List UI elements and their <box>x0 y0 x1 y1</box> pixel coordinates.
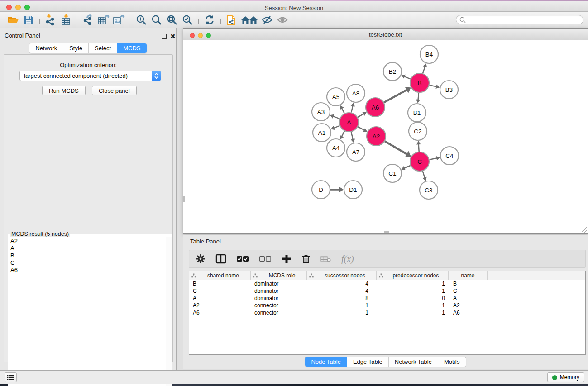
edge-A-A3[interactable] <box>333 116 339 119</box>
show-panel-eye-icon[interactable] <box>275 13 290 27</box>
table-row[interactable]: A6connector11A6 <box>189 309 585 316</box>
edge-C-C4[interactable] <box>430 158 437 159</box>
node-table[interactable]: shared nameMCDS rolesuccessor nodesprede… <box>189 271 586 355</box>
edge-A-A5[interactable] <box>342 108 344 113</box>
task-history-list-icon[interactable] <box>5 372 17 382</box>
cell-name[interactable]: B <box>449 281 488 287</box>
edge-A-A4[interactable] <box>342 131 344 137</box>
memory-button[interactable]: Memory <box>547 372 584 382</box>
split-table-view-icon[interactable] <box>215 254 226 264</box>
mcds-result-item[interactable]: C <box>10 259 166 267</box>
edge-B-B4[interactable] <box>423 67 425 73</box>
import-table-icon[interactable] <box>58 13 74 27</box>
cell-shared-name[interactable]: B <box>189 281 251 287</box>
mcds-result-item[interactable]: B <box>10 252 166 259</box>
table-tab-node-table[interactable]: Node Table <box>305 357 347 367</box>
edge-C-C1[interactable] <box>404 166 411 168</box>
network-graph[interactable]: B4B2BB3A5A8A6A3B1AA1C2A2A4A7C4CC1C3DD1 <box>183 40 588 233</box>
edge-A2-C[interactable] <box>385 141 407 154</box>
cell-MCDS-role[interactable]: dominator <box>251 288 307 294</box>
tab-select[interactable]: Select <box>88 43 117 53</box>
cell-shared-name[interactable]: A2 <box>189 302 251 309</box>
mcds-result-item[interactable]: A <box>10 245 166 252</box>
cell-MCDS-role[interactable]: connector <box>251 302 307 309</box>
zoom-in-icon[interactable] <box>134 13 149 27</box>
cell-predecessor-nodes[interactable]: 1 <box>377 288 449 294</box>
cell-shared-name[interactable]: A <box>189 295 251 301</box>
cell-name[interactable]: A <box>449 295 488 301</box>
zoom-selected-icon[interactable] <box>180 13 195 27</box>
close-panel-button[interactable]: Close panel <box>92 86 137 95</box>
cell-MCDS-role[interactable]: connector <box>251 310 307 316</box>
select-all-icon[interactable] <box>236 255 249 262</box>
open-file-icon[interactable] <box>5 13 21 27</box>
resize-grip-icon[interactable] <box>582 227 587 233</box>
cell-predecessor-nodes[interactable]: 1 <box>377 302 449 309</box>
edge-B-B1[interactable] <box>418 93 419 100</box>
edge-B-B3[interactable] <box>429 85 436 87</box>
tab-style[interactable]: Style <box>63 43 88 53</box>
save-session-icon[interactable] <box>21 13 36 27</box>
cell-successor-nodes[interactable]: 1 <box>307 302 377 309</box>
deselect-all-icon[interactable] <box>259 255 272 262</box>
cell-MCDS-role[interactable]: dominator <box>251 281 307 287</box>
float-panel-icon[interactable] <box>162 33 167 41</box>
cell-MCDS-role[interactable]: dominator <box>251 295 307 301</box>
edge-C-C3[interactable] <box>423 171 425 178</box>
delete-column-trash-icon[interactable] <box>301 254 311 264</box>
mcds-result-list[interactable]: A2ABCA6 <box>9 237 166 386</box>
apply-layout-icon[interactable] <box>202 13 217 27</box>
tab-mcds[interactable]: MCDS <box>117 43 146 53</box>
optimization-criterion-dropdown[interactable]: largest connected component (directed) <box>19 71 161 81</box>
column-header-MCDS-role[interactable]: MCDS role <box>251 271 307 280</box>
home-icon[interactable] <box>239 13 259 27</box>
column-header-successor-nodes[interactable]: successor nodes <box>307 271 377 280</box>
tab-network[interactable]: Network <box>29 43 63 53</box>
cell-successor-nodes[interactable]: 4 <box>307 288 377 294</box>
cell-name[interactable]: C <box>449 288 488 294</box>
cell-successor-nodes[interactable]: 8 <box>307 295 377 301</box>
zoom-out-icon[interactable] <box>149 13 164 27</box>
table-settings-gear-icon[interactable] <box>196 254 206 264</box>
cell-successor-nodes[interactable]: 4 <box>307 281 377 287</box>
edge-A-A8[interactable] <box>351 106 353 113</box>
edge-C-C2[interactable] <box>419 144 419 152</box>
mcds-result-item[interactable]: A2 <box>10 238 166 245</box>
close-panel-icon[interactable]: ✖ <box>170 32 176 40</box>
column-header-predecessor-nodes[interactable]: predecessor nodes <box>377 271 449 280</box>
export-table-icon[interactable] <box>96 13 111 27</box>
cell-predecessor-nodes[interactable]: 1 <box>377 310 449 316</box>
table-row[interactable]: Cdominator41C <box>189 287 585 295</box>
edge-B-B2[interactable] <box>404 76 411 79</box>
cell-predecessor-nodes[interactable]: 0 <box>377 295 449 301</box>
search-input[interactable] <box>456 15 583 24</box>
mcds-result-item[interactable]: A6 <box>10 267 166 274</box>
add-column-plus-icon[interactable] <box>282 254 292 264</box>
run-mcds-button[interactable]: Run MCDS <box>42 86 86 95</box>
edge-A-A6[interactable] <box>358 114 363 117</box>
table-tab-motifs[interactable]: Motifs <box>438 357 466 367</box>
column-header-shared-name[interactable]: shared name <box>189 271 251 280</box>
table-row[interactable]: Bdominator41B <box>189 280 585 287</box>
export-network-icon[interactable] <box>81 13 96 27</box>
edge-A-A2[interactable] <box>358 127 364 130</box>
hide-panel-eye-icon[interactable] <box>259 13 275 27</box>
cell-successor-nodes[interactable]: 1 <box>307 310 377 316</box>
edge-A-A1[interactable] <box>334 126 339 128</box>
table-tab-edge-table[interactable]: Edge Table <box>347 357 388 367</box>
network-from-file-icon[interactable] <box>224 13 239 27</box>
edge-A-A7[interactable] <box>351 132 353 139</box>
table-row[interactable]: Adominator80A <box>189 295 585 302</box>
cell-name[interactable]: A2 <box>449 302 488 309</box>
cell-shared-name[interactable]: C <box>189 288 251 294</box>
cell-name[interactable]: A6 <box>449 310 488 316</box>
mcds-result-scrollbar[interactable] <box>166 237 172 386</box>
cell-shared-name[interactable]: A6 <box>189 310 251 316</box>
import-network-icon[interactable] <box>43 13 58 27</box>
table-row[interactable]: A2connector11A2 <box>189 302 585 309</box>
column-header-name[interactable]: name <box>449 271 488 280</box>
table-tab-network-table[interactable]: Network Table <box>388 357 438 367</box>
export-image-icon[interactable] <box>111 13 127 27</box>
edge-A6-B[interactable] <box>384 90 407 102</box>
cell-predecessor-nodes[interactable]: 1 <box>377 281 449 287</box>
